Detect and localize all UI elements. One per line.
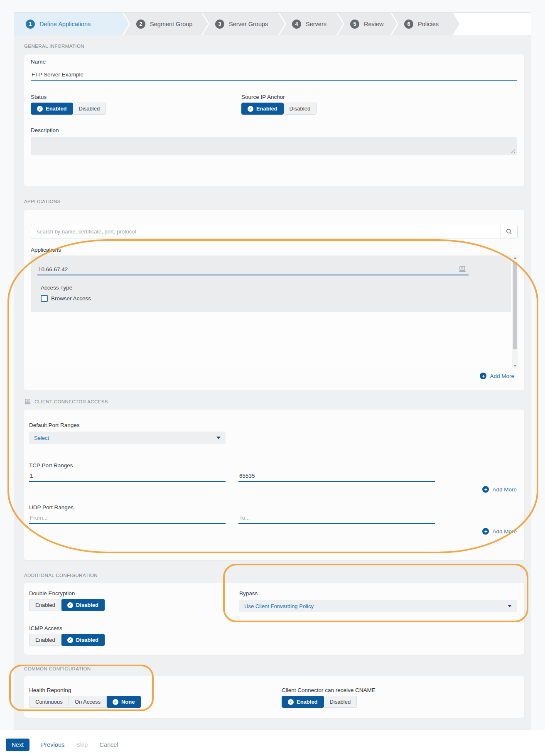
udp-port-ranges-label: UDP Port Ranges <box>29 504 517 511</box>
step-label: Server Groups <box>229 21 268 27</box>
health-reporting-toggle: Continuous On Access ✓ None <box>29 696 141 708</box>
tcp-add-more-button[interactable]: + Add More <box>29 486 517 493</box>
udp-port-to-input[interactable] <box>238 512 435 524</box>
toggle-option-label: Enabled <box>35 602 55 608</box>
add-more-label: Add More <box>490 373 514 379</box>
step-policies[interactable]: 6 Policies <box>392 13 459 35</box>
udp-port-from-input[interactable] <box>29 512 226 524</box>
wizard-card: 1 Define Applications 2 Segment Group 3 … <box>14 12 531 730</box>
next-button[interactable]: Next <box>6 739 29 751</box>
tcp-port-from-input[interactable] <box>29 470 226 482</box>
step-number-badge: 5 <box>350 20 359 29</box>
status-disabled-button[interactable]: Disabled <box>73 103 106 115</box>
bypass-label: Bypass <box>239 590 517 596</box>
description-label: Description <box>31 127 517 133</box>
add-more-plus-icon: + <box>482 486 489 493</box>
health-continuous-button[interactable]: Continuous <box>29 696 69 708</box>
add-more-label: Add More <box>492 528 517 535</box>
source-ip-anchor-label: Source IP Anchor <box>241 94 317 100</box>
toggle-option-label: Disabled <box>76 637 98 643</box>
bypass-select[interactable]: Use Client Forwarding Policy <box>239 600 517 612</box>
client-connector-icon <box>459 266 466 272</box>
scrollbar-thumb[interactable] <box>513 262 517 349</box>
step-label: Define Applications <box>39 21 91 27</box>
step-servers[interactable]: 4 Servers <box>280 13 343 35</box>
wizard-stepper: 1 Define Applications 2 Segment Group 3 … <box>14 13 531 35</box>
common-configuration-card: Health Reporting Continuous On Access ✓ … <box>24 676 524 718</box>
applications-scrollbar[interactable] <box>512 255 518 368</box>
status-enabled-button[interactable]: ✓ Enabled <box>31 103 73 115</box>
source-ip-disabled-button[interactable]: Disabled <box>284 103 317 115</box>
cname-label: Client Connector can receive CNAME <box>282 687 376 693</box>
browser-access-checkbox[interactable] <box>41 295 48 302</box>
toggle-option-label: On Access <box>75 699 101 705</box>
cname-enabled-button[interactable]: ✓ Enabled <box>282 696 324 708</box>
cancel-button[interactable]: Cancel <box>99 741 118 748</box>
step-server-groups[interactable]: 3 Server Groups <box>203 13 285 35</box>
toggle-option-label: None <box>121 699 135 705</box>
add-more-plus-icon: + <box>482 528 489 535</box>
status-label: Status <box>31 94 241 100</box>
search-button[interactable] <box>501 225 517 238</box>
check-circle-icon: ✓ <box>288 699 294 705</box>
applications-list-label: Applications <box>31 247 518 253</box>
access-type-label: Access Type <box>41 285 505 291</box>
step-number-badge: 4 <box>292 20 301 29</box>
name-input[interactable] <box>31 69 517 81</box>
source-ip-enabled-button[interactable]: ✓ Enabled <box>241 103 284 115</box>
step-number-badge: 2 <box>136 20 145 29</box>
health-on-access-button[interactable]: On Access <box>69 696 107 708</box>
udp-add-more-button[interactable]: + Add More <box>29 528 517 535</box>
general-information-header: GENERAL INFORMATION <box>24 44 524 49</box>
icmp-enabled-button[interactable]: Enabled <box>29 634 61 646</box>
wizard-footer: Next Previous Skip Cancel <box>0 730 545 756</box>
app-segment-wizard-page: 1 Define Applications 2 Segment Group 3 … <box>0 0 545 756</box>
search-input[interactable] <box>31 225 499 238</box>
scroll-up-icon[interactable] <box>512 255 518 261</box>
client-connector-access-card: Default Port Ranges Select TCP Port Rang… <box>24 410 524 560</box>
resize-handle-icon[interactable] <box>511 149 515 153</box>
toggle-option-label: Disabled <box>79 106 100 112</box>
step-number-badge: 3 <box>215 20 224 29</box>
toggle-option-label: Enabled <box>256 106 277 112</box>
client-connector-icon <box>24 399 31 405</box>
caret-down-icon <box>508 605 512 607</box>
select-value: Select <box>34 435 49 441</box>
check-circle-icon: ✓ <box>248 106 253 112</box>
applications-searchbar <box>31 225 518 238</box>
step-segment-group[interactable]: 2 Segment Group <box>124 13 208 35</box>
source-ip-anchor-toggle: ✓ Enabled Disabled <box>241 103 317 115</box>
double-encryption-enabled-button[interactable]: Enabled <box>29 599 61 611</box>
previous-button[interactable]: Previous <box>41 741 64 748</box>
scroll-down-icon[interactable] <box>512 363 518 368</box>
search-icon <box>506 228 512 235</box>
name-label: Name <box>31 59 517 65</box>
icmp-disabled-button[interactable]: ✓ Disabled <box>61 634 105 646</box>
tcp-port-ranges-label: TCP Port Ranges <box>29 462 517 469</box>
step-review[interactable]: 5 Review <box>338 13 397 35</box>
select-value: Use Client Forwarding Policy <box>244 603 314 609</box>
double-encryption-disabled-button[interactable]: ✓ Disabled <box>61 599 105 611</box>
add-more-plus-icon: + <box>480 373 486 379</box>
default-port-ranges-select[interactable]: Select <box>29 432 226 444</box>
add-more-label: Add More <box>492 486 517 493</box>
applications-card: Applications <box>24 210 524 390</box>
status-toggle: ✓ Enabled Disabled <box>31 103 106 115</box>
tcp-port-to-input[interactable] <box>238 470 435 482</box>
description-textarea[interactable] <box>31 137 517 155</box>
check-circle-icon: ✓ <box>37 106 43 112</box>
application-address-input[interactable] <box>37 264 469 275</box>
health-none-button[interactable]: ✓ None <box>107 696 141 708</box>
applications-list: Access Type Browser Access <box>31 255 518 368</box>
step-label: Policies <box>418 21 439 27</box>
step-number-badge: 1 <box>26 20 35 29</box>
client-connector-access-header: CLIENT CONNECTOR ACCESS <box>24 399 524 405</box>
check-circle-icon: ✓ <box>113 699 118 705</box>
applications-add-more-button[interactable]: + Add More <box>31 373 514 379</box>
cname-disabled-button[interactable]: Disabled <box>324 696 357 708</box>
step-define-applications[interactable]: 1 Define Applications <box>14 13 129 35</box>
toggle-option-label: Enabled <box>46 106 67 112</box>
applications-header: APPLICATIONS <box>24 199 524 204</box>
additional-configuration-header: ADDITIONAL CONFIGURATION <box>24 573 524 578</box>
toggle-option-label: Enabled <box>297 699 318 705</box>
